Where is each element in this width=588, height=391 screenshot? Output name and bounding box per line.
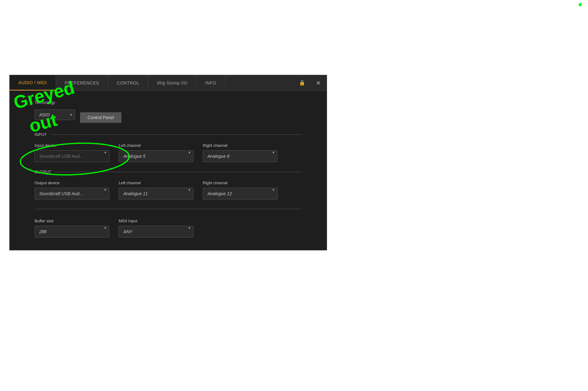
tab-irig-stomp[interactable]: iRig Stomp I/O (148, 75, 197, 90)
input-left-channel-select-wrapper: Analogue 5 ▾ (119, 150, 193, 162)
output-device-select[interactable]: Soundcraft USB Aud... (35, 188, 109, 200)
input-device-select-wrapper: Soundcraft USB Aud... ▾ (35, 150, 109, 162)
output-left-channel-field: Left channel Analogue 11 ▾ (119, 181, 193, 200)
input-fields-row: Input device Soundcraft USB Aud... ▾ Lef… (35, 143, 302, 162)
input-right-channel-select-wrapper: Analogue 6 ▾ (203, 150, 277, 162)
output-left-channel-select[interactable]: Analogue 11 (119, 188, 193, 200)
tab-audio-midi[interactable]: AUDIO / MIDI (10, 75, 56, 90)
buffer-size-field: Buffer size 288 ▾ (35, 219, 109, 238)
input-section-header: INPUT (35, 132, 302, 137)
tab-bar: AUDIO / MIDI PREFERENCES CONTROL iRig St… (10, 75, 327, 91)
input-left-channel-field: Left channel Analogue 5 ▾ (119, 143, 193, 162)
input-right-channel-label: Right channel (203, 143, 277, 148)
input-left-channel-label: Left channel (119, 143, 193, 148)
audio-midi-dialog: AUDIO / MIDI PREFERENCES CONTROL iRig St… (9, 75, 327, 250)
output-section-header: OUTPUT (35, 170, 302, 174)
buffer-size-select[interactable]: 288 (35, 226, 109, 238)
output-left-channel-label: Left channel (119, 181, 193, 185)
tab-preferences[interactable]: PREFERENCES (56, 75, 108, 90)
buffer-size-select-wrapper: 288 ▾ (35, 226, 109, 238)
technology-select-wrapper: ASIO ▾ (35, 109, 75, 120)
input-right-channel-select[interactable]: Analogue 6 (203, 150, 277, 162)
output-left-channel-select-wrapper: Analogue 11 ▾ (119, 188, 193, 200)
technology-label: Technology (35, 100, 302, 105)
midi-input-select-wrapper: ANY ▾ (119, 226, 193, 238)
output-device-label: Output device (35, 181, 109, 185)
midi-input-field: MIDI Input ANY ▾ (119, 219, 193, 238)
tab-spacer (225, 75, 294, 90)
midi-input-label: MIDI Input (119, 219, 193, 223)
buffer-size-label: Buffer size (35, 219, 109, 223)
input-right-channel-field: Right channel Analogue 6 ▾ (203, 143, 277, 162)
output-device-field: Output device Soundcraft USB Aud... ▾ (35, 181, 109, 200)
output-right-channel-field: Right channel Analogue 12 ▾ (203, 181, 277, 200)
midi-input-select[interactable]: ANY (119, 226, 193, 238)
output-divider (55, 172, 302, 172)
output-section-label: OUTPUT (35, 170, 51, 174)
input-device-field: Input device Soundcraft USB Aud... ▾ (35, 143, 109, 162)
tab-control[interactable]: CONTROL (108, 75, 148, 90)
input-section-label: INPUT (35, 132, 47, 137)
dialog-content: Technology ASIO ▾ Control Panel INPUT In… (10, 91, 327, 250)
input-divider (50, 134, 302, 135)
input-left-channel-select[interactable]: Analogue 5 (119, 150, 193, 162)
input-device-select[interactable]: Soundcraft USB Aud... (35, 150, 109, 162)
output-fields-row: Output device Soundcraft USB Aud... ▾ Le… (35, 181, 302, 200)
control-panel-button[interactable]: Control Panel (80, 112, 121, 123)
bottom-divider (35, 209, 302, 209)
technology-select[interactable]: ASIO (35, 109, 75, 120)
lock-icon[interactable]: 🔒 (294, 75, 310, 90)
output-right-channel-select[interactable]: Analogue 12 (203, 188, 277, 200)
input-device-label: Input device (35, 143, 109, 148)
buffer-midi-row: Buffer size 288 ▾ MIDI Input ANY ▾ (35, 219, 302, 238)
status-indicator (579, 3, 582, 6)
tab-info[interactable]: INFO (197, 75, 225, 90)
close-button[interactable]: ✕ (310, 75, 327, 90)
output-right-channel-select-wrapper: Analogue 12 ▾ (203, 188, 277, 200)
output-device-select-wrapper: Soundcraft USB Aud... ▾ (35, 188, 109, 200)
output-right-channel-label: Right channel (203, 181, 277, 185)
